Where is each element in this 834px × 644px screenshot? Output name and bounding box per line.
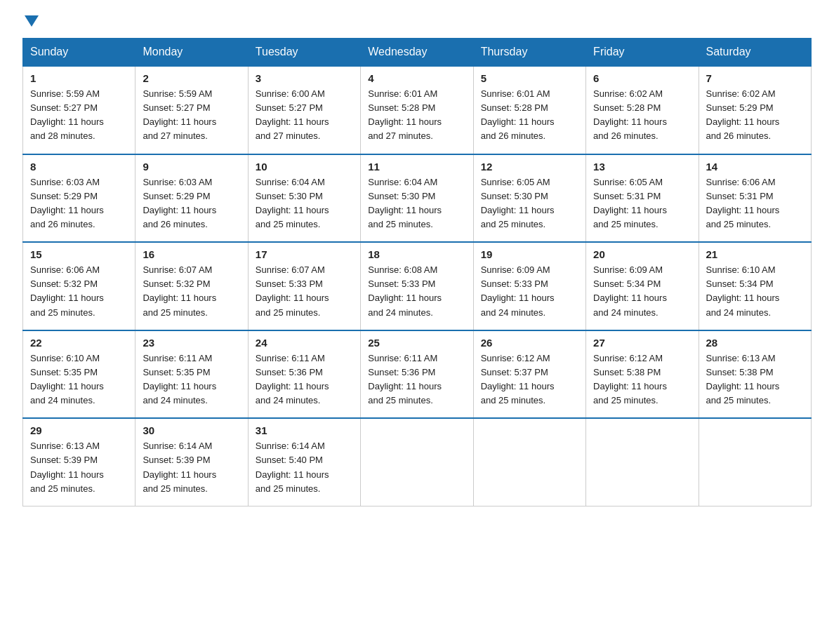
day-number: 18 xyxy=(368,248,465,260)
day-number: 3 xyxy=(256,72,353,84)
week-row-1: 1 Sunrise: 5:59 AM Sunset: 5:27 PM Dayli… xyxy=(23,66,812,154)
day-number: 31 xyxy=(256,424,353,436)
day-cell: 13 Sunrise: 6:05 AM Sunset: 5:31 PM Dayl… xyxy=(586,154,699,243)
day-number: 2 xyxy=(143,72,240,84)
day-info: Sunrise: 6:01 AM Sunset: 5:28 PM Dayligh… xyxy=(368,87,465,144)
day-number: 5 xyxy=(481,72,578,84)
day-info: Sunrise: 6:14 AM Sunset: 5:39 PM Dayligh… xyxy=(143,439,240,496)
day-number: 21 xyxy=(706,248,804,260)
day-number: 22 xyxy=(30,337,128,349)
day-info: Sunrise: 6:09 AM Sunset: 5:33 PM Dayligh… xyxy=(481,263,578,320)
day-cell: 28 Sunrise: 6:13 AM Sunset: 5:38 PM Dayl… xyxy=(699,330,811,419)
day-number: 12 xyxy=(481,161,578,173)
day-cell: 12 Sunrise: 6:05 AM Sunset: 5:30 PM Dayl… xyxy=(473,154,585,243)
day-number: 17 xyxy=(256,248,353,260)
day-info: Sunrise: 6:14 AM Sunset: 5:40 PM Dayligh… xyxy=(256,439,353,496)
day-info: Sunrise: 5:59 AM Sunset: 5:27 PM Dayligh… xyxy=(143,87,240,144)
day-cell: 1 Sunrise: 5:59 AM Sunset: 5:27 PM Dayli… xyxy=(23,66,135,154)
day-number: 20 xyxy=(593,248,691,260)
day-info: Sunrise: 6:03 AM Sunset: 5:29 PM Dayligh… xyxy=(30,175,128,232)
day-cell: 3 Sunrise: 6:00 AM Sunset: 5:27 PM Dayli… xyxy=(248,66,360,154)
day-number: 29 xyxy=(30,424,128,436)
day-info: Sunrise: 6:13 AM Sunset: 5:38 PM Dayligh… xyxy=(706,351,804,408)
day-info: Sunrise: 6:01 AM Sunset: 5:28 PM Dayligh… xyxy=(481,87,578,144)
day-number: 27 xyxy=(593,337,691,349)
day-info: Sunrise: 6:13 AM Sunset: 5:39 PM Dayligh… xyxy=(30,439,128,496)
day-cell: 5 Sunrise: 6:01 AM Sunset: 5:28 PM Dayli… xyxy=(473,66,585,154)
col-header-sunday: Sunday xyxy=(23,39,135,67)
day-number: 10 xyxy=(256,161,353,173)
day-number: 1 xyxy=(30,72,128,84)
day-info: Sunrise: 6:03 AM Sunset: 5:29 PM Dayligh… xyxy=(143,175,240,232)
day-info: Sunrise: 6:06 AM Sunset: 5:31 PM Dayligh… xyxy=(706,175,804,232)
day-info: Sunrise: 6:11 AM Sunset: 5:36 PM Dayligh… xyxy=(256,351,353,408)
page-header xyxy=(22,17,812,31)
day-info: Sunrise: 6:05 AM Sunset: 5:30 PM Dayligh… xyxy=(481,175,578,232)
day-cell: 26 Sunrise: 6:12 AM Sunset: 5:37 PM Dayl… xyxy=(473,330,585,419)
day-number: 19 xyxy=(481,248,578,260)
col-header-monday: Monday xyxy=(135,39,248,67)
day-number: 24 xyxy=(256,337,353,349)
day-cell: 20 Sunrise: 6:09 AM Sunset: 5:34 PM Dayl… xyxy=(586,242,699,330)
day-cell: 21 Sunrise: 6:10 AM Sunset: 5:34 PM Dayl… xyxy=(699,242,811,330)
day-number: 30 xyxy=(143,424,240,436)
week-row-2: 8 Sunrise: 6:03 AM Sunset: 5:29 PM Dayli… xyxy=(23,154,812,243)
day-number: 23 xyxy=(143,337,240,349)
day-info: Sunrise: 6:07 AM Sunset: 5:32 PM Dayligh… xyxy=(143,263,240,320)
day-info: Sunrise: 5:59 AM Sunset: 5:27 PM Dayligh… xyxy=(30,87,128,144)
week-row-5: 29 Sunrise: 6:13 AM Sunset: 5:39 PM Dayl… xyxy=(23,418,812,506)
day-number: 26 xyxy=(481,337,578,349)
day-info: Sunrise: 6:11 AM Sunset: 5:36 PM Dayligh… xyxy=(368,351,465,408)
day-cell: 4 Sunrise: 6:01 AM Sunset: 5:28 PM Dayli… xyxy=(361,66,473,154)
day-info: Sunrise: 6:10 AM Sunset: 5:35 PM Dayligh… xyxy=(30,351,128,408)
day-cell xyxy=(586,418,699,506)
day-info: Sunrise: 6:08 AM Sunset: 5:33 PM Dayligh… xyxy=(368,263,465,320)
day-number: 6 xyxy=(593,72,691,84)
col-header-friday: Friday xyxy=(586,39,699,67)
day-cell: 15 Sunrise: 6:06 AM Sunset: 5:32 PM Dayl… xyxy=(23,242,135,330)
day-cell: 11 Sunrise: 6:04 AM Sunset: 5:30 PM Dayl… xyxy=(361,154,473,243)
day-cell: 23 Sunrise: 6:11 AM Sunset: 5:35 PM Dayl… xyxy=(135,330,248,419)
day-cell: 6 Sunrise: 6:02 AM Sunset: 5:28 PM Dayli… xyxy=(586,66,699,154)
day-info: Sunrise: 6:04 AM Sunset: 5:30 PM Dayligh… xyxy=(368,175,465,232)
day-info: Sunrise: 6:00 AM Sunset: 5:27 PM Dayligh… xyxy=(256,87,353,144)
calendar-table: SundayMondayTuesdayWednesdayThursdayFrid… xyxy=(22,38,812,507)
day-number: 11 xyxy=(368,161,465,173)
day-info: Sunrise: 6:02 AM Sunset: 5:29 PM Dayligh… xyxy=(706,87,804,144)
day-info: Sunrise: 6:11 AM Sunset: 5:35 PM Dayligh… xyxy=(143,351,240,408)
day-info: Sunrise: 6:10 AM Sunset: 5:34 PM Dayligh… xyxy=(706,263,804,320)
day-number: 7 xyxy=(706,72,804,84)
day-number: 16 xyxy=(143,248,240,260)
day-cell: 25 Sunrise: 6:11 AM Sunset: 5:36 PM Dayl… xyxy=(361,330,473,419)
day-number: 4 xyxy=(368,72,465,84)
week-row-3: 15 Sunrise: 6:06 AM Sunset: 5:32 PM Dayl… xyxy=(23,242,812,330)
day-info: Sunrise: 6:09 AM Sunset: 5:34 PM Dayligh… xyxy=(593,263,691,320)
day-cell xyxy=(361,418,473,506)
day-number: 9 xyxy=(143,161,240,173)
day-cell: 2 Sunrise: 5:59 AM Sunset: 5:27 PM Dayli… xyxy=(135,66,248,154)
col-header-saturday: Saturday xyxy=(699,39,811,67)
day-cell: 8 Sunrise: 6:03 AM Sunset: 5:29 PM Dayli… xyxy=(23,154,135,243)
day-cell: 22 Sunrise: 6:10 AM Sunset: 5:35 PM Dayl… xyxy=(23,330,135,419)
day-cell: 29 Sunrise: 6:13 AM Sunset: 5:39 PM Dayl… xyxy=(23,418,135,506)
day-info: Sunrise: 6:06 AM Sunset: 5:32 PM Dayligh… xyxy=(30,263,128,320)
logo xyxy=(22,17,39,31)
day-cell: 16 Sunrise: 6:07 AM Sunset: 5:32 PM Dayl… xyxy=(135,242,248,330)
day-cell: 14 Sunrise: 6:06 AM Sunset: 5:31 PM Dayl… xyxy=(699,154,811,243)
day-cell: 17 Sunrise: 6:07 AM Sunset: 5:33 PM Dayl… xyxy=(248,242,360,330)
day-cell: 27 Sunrise: 6:12 AM Sunset: 5:38 PM Dayl… xyxy=(586,330,699,419)
day-cell: 19 Sunrise: 6:09 AM Sunset: 5:33 PM Dayl… xyxy=(473,242,585,330)
day-cell: 30 Sunrise: 6:14 AM Sunset: 5:39 PM Dayl… xyxy=(135,418,248,506)
col-header-thursday: Thursday xyxy=(473,39,585,67)
day-number: 28 xyxy=(706,337,804,349)
week-row-4: 22 Sunrise: 6:10 AM Sunset: 5:35 PM Dayl… xyxy=(23,330,812,419)
day-number: 25 xyxy=(368,337,465,349)
day-cell: 10 Sunrise: 6:04 AM Sunset: 5:30 PM Dayl… xyxy=(248,154,360,243)
day-cell xyxy=(699,418,811,506)
calendar-header-row: SundayMondayTuesdayWednesdayThursdayFrid… xyxy=(23,39,812,67)
col-header-tuesday: Tuesday xyxy=(248,39,360,67)
logo-triangle-icon xyxy=(25,15,39,29)
day-cell: 18 Sunrise: 6:08 AM Sunset: 5:33 PM Dayl… xyxy=(361,242,473,330)
day-info: Sunrise: 6:04 AM Sunset: 5:30 PM Dayligh… xyxy=(256,175,353,232)
day-cell: 7 Sunrise: 6:02 AM Sunset: 5:29 PM Dayli… xyxy=(699,66,811,154)
